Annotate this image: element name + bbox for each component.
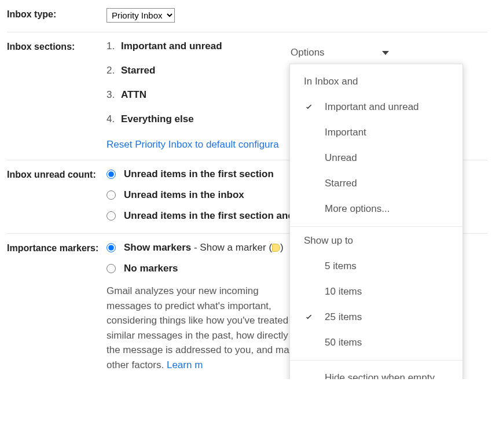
radio-label: Show markers <box>124 242 191 253</box>
menu-item-label: Important and unread <box>325 101 419 113</box>
menu-item-starred[interactable]: Starred <box>290 171 462 196</box>
options-button-label: Options <box>291 47 325 58</box>
menu-item-label: Starred <box>325 178 357 189</box>
menu-group-header: Show up to <box>290 232 462 254</box>
reset-priority-inbox-link[interactable]: Reset Priority Inbox to default configur… <box>107 139 279 150</box>
description-text: Gmail analyzes your new incoming message… <box>107 285 300 370</box>
radio-label: No markers <box>124 263 178 274</box>
menu-item-label: Unread <box>325 152 357 164</box>
radio-input[interactable] <box>107 264 116 273</box>
checkmark-icon <box>304 102 325 112</box>
radio-label: Unread items in the inbox <box>124 189 244 201</box>
section-number: 3. <box>107 89 115 100</box>
inbox-type-label: Inbox type: <box>7 8 107 20</box>
radio-input[interactable] <box>107 190 116 200</box>
section-name: Starred <box>121 65 156 76</box>
menu-item-important[interactable]: Important <box>290 120 462 145</box>
radio-input[interactable] <box>107 170 116 179</box>
section-name: ATTN <box>121 89 146 100</box>
importance-marker-icon <box>272 244 280 252</box>
menu-item-50-items[interactable]: 50 items <box>290 330 462 355</box>
radio-label: Unread items in the first section <box>124 168 274 180</box>
section-name: Everything else <box>121 113 194 124</box>
divider <box>7 32 487 32</box>
menu-divider <box>290 360 462 361</box>
options-dropdown-button[interactable]: Options <box>289 44 394 61</box>
menu-item-label: 10 items <box>325 286 362 298</box>
menu-item-10-items[interactable]: 10 items <box>290 279 462 304</box>
menu-item-label: Important <box>325 127 366 138</box>
radio-input[interactable] <box>107 243 116 252</box>
inbox-type-select[interactable]: Priority Inbox <box>107 8 175 23</box>
menu-item-more-options[interactable]: More options... <box>290 196 462 222</box>
radio-input[interactable] <box>107 211 116 221</box>
menu-item-label: Hide section when empty <box>325 372 435 379</box>
menu-item-label: More options... <box>325 203 390 215</box>
unread-count-label: Inbox unread count: <box>7 168 107 180</box>
caret-down-icon <box>382 51 389 55</box>
importance-description: Gmail analyzes your new incoming message… <box>107 284 303 372</box>
menu-item-label: 5 items <box>325 260 357 272</box>
menu-item-important-unread[interactable]: Important and unread <box>290 94 462 120</box>
menu-item-hide-when-empty[interactable]: Hide section when empty <box>290 365 462 379</box>
menu-item-label: 50 items <box>325 337 362 348</box>
checkmark-icon <box>304 312 325 322</box>
menu-divider <box>290 226 462 227</box>
learn-more-link[interactable]: Learn m <box>167 359 203 370</box>
importance-markers-label: Importance markers: <box>7 242 107 254</box>
section-number: 4. <box>107 113 115 124</box>
menu-item-25-items[interactable]: 25 items <box>290 304 462 330</box>
menu-item-label: 25 items <box>325 311 362 323</box>
radio-suffix: - Show a marker ( <box>191 242 272 253</box>
section-number: 2. <box>107 65 115 76</box>
options-dropdown-menu: In Inbox and Important and unread Import… <box>289 64 463 379</box>
menu-item-unread[interactable]: Unread <box>290 145 462 171</box>
inbox-type-row: Inbox type: Priority Inbox <box>7 5 492 30</box>
radio-label: Unread items in the first section and <box>124 210 294 222</box>
menu-item-5-items[interactable]: 5 items <box>290 254 462 279</box>
inbox-sections-label: Inbox sections: <box>7 41 107 52</box>
radio-suffix: ) <box>280 242 284 253</box>
menu-group-header: In Inbox and <box>290 72 462 94</box>
section-number: 1. <box>107 41 115 52</box>
section-name: Important and unread <box>121 41 222 52</box>
